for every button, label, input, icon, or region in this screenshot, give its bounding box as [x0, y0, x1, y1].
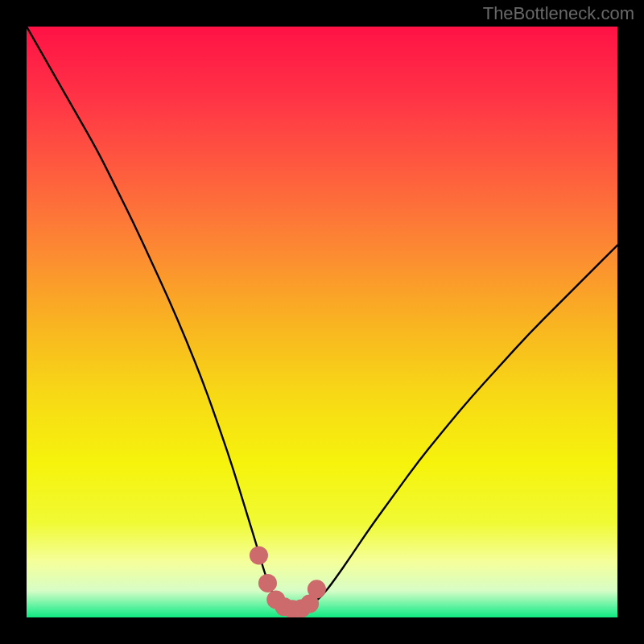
highlight-marker — [308, 580, 326, 598]
highlight-marker — [250, 546, 268, 564]
bottleneck-chart — [0, 0, 644, 644]
highlight-marker — [258, 574, 277, 592]
gradient-background — [27, 27, 617, 617]
watermark-text: TheBottleneck.com — [483, 3, 634, 24]
chart-frame: TheBottleneck.com — [0, 0, 644, 644]
